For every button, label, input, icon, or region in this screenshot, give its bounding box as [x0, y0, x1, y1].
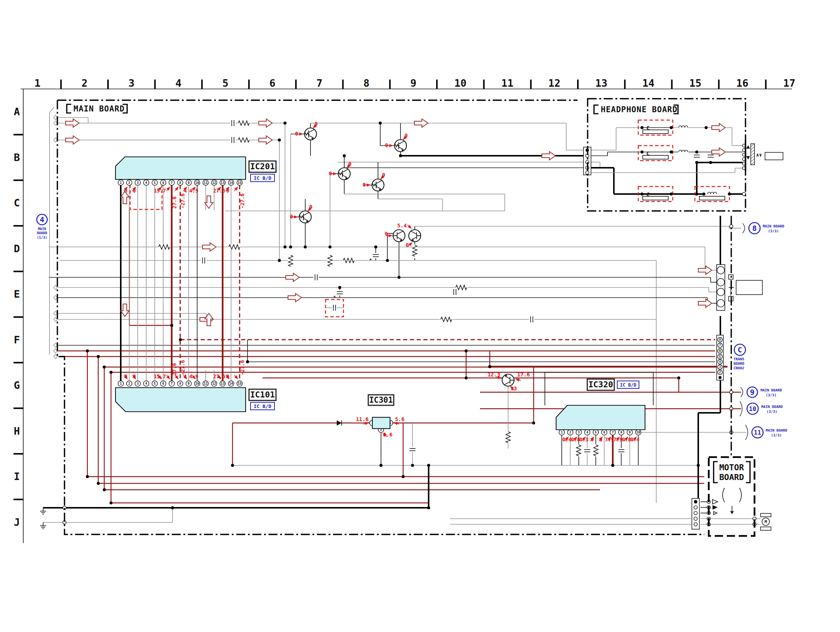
ic320-pin-number: 8	[620, 431, 622, 434]
cn902-pin-number: 5	[719, 355, 721, 358]
ruler-row-label: F	[14, 334, 20, 346]
ic201-pin-number: 7	[171, 181, 172, 185]
link-connector-pin	[717, 266, 725, 274]
junction-dot	[611, 464, 614, 467]
junction-dot	[718, 376, 722, 379]
motor-connector-pin	[694, 523, 698, 526]
motor-paren-left	[723, 488, 725, 502]
ic101-voltage: -27.6	[180, 360, 186, 375]
ic101-pin-number: 13	[221, 382, 225, 385]
ruler-row-label: D	[14, 243, 20, 255]
ruler-column-label: 1	[35, 77, 41, 89]
ref-label: BOARD	[37, 231, 47, 235]
signal-arrow-icon	[121, 304, 129, 316]
cn902-pin-number: 8	[719, 338, 721, 342]
junction-dot	[379, 464, 382, 467]
ic201-pin-number: 9	[188, 181, 190, 185]
transistor-voltage: 0	[406, 242, 409, 248]
ic101-pin-number: 12	[212, 382, 216, 385]
capacitor-mask	[452, 288, 458, 295]
jack-polarity-mark: ∧∨	[756, 152, 762, 158]
junction-dot	[109, 501, 112, 504]
ic301-voltage: 5.6	[395, 416, 404, 422]
transistor-voltage: 0	[385, 142, 388, 148]
polarity-plus: +	[333, 294, 336, 299]
capacitor-mask	[707, 154, 714, 159]
capacitor-mark: C	[646, 125, 649, 131]
motor-symbol: M	[765, 520, 767, 524]
junction-dot	[402, 475, 405, 478]
transistor-icon	[299, 211, 311, 223]
cn902-pin-number: 6	[719, 349, 721, 353]
ic101-pin-number: 15	[238, 382, 242, 385]
junction-dot	[695, 161, 698, 164]
junction-dot	[304, 246, 307, 249]
ruler-column-label: 14	[643, 77, 655, 89]
ic101-voltage: -27.6	[239, 360, 245, 375]
motor-board-title-line2: BOARD	[719, 472, 744, 482]
junction-dot	[374, 246, 377, 249]
motor-arrow-open-icon	[712, 499, 718, 504]
voltage-arrow-tail	[166, 375, 167, 376]
junction-dot	[284, 246, 286, 249]
junction-dot	[728, 193, 731, 196]
ref-label: (3/3)	[766, 393, 777, 397]
motor-connector-pin	[694, 512, 698, 515]
motor-board-title-line1: MOTOR	[719, 463, 744, 472]
connector-ref-label-box	[736, 280, 763, 295]
motor-title-bracket-right	[746, 462, 750, 483]
signal-arrow-icon	[66, 119, 79, 127]
signal-arrow-icon	[202, 243, 216, 251]
ic320-pin-number: 7	[612, 431, 614, 434]
junction-dot	[703, 193, 705, 196]
ruler-column-label: 7	[316, 77, 322, 89]
ref-chevron	[742, 223, 745, 233]
voltage-arrow-icon	[388, 234, 393, 237]
ic101-body	[115, 388, 246, 412]
ic201-pin-number: 15	[238, 181, 242, 185]
ic201-pin-number: 8	[179, 181, 181, 185]
junction-dot	[427, 506, 430, 509]
ic320-pin-number: 9	[629, 431, 631, 434]
polarity-plus: +	[369, 257, 372, 261]
ic201-pin-number: 5	[154, 181, 156, 185]
link-connector-pin	[717, 299, 725, 307]
main-board-title: MAIN BOARD	[74, 105, 125, 113]
junction-dot	[246, 360, 249, 363]
ruler-column-label: 9	[410, 77, 416, 89]
ic101-pin-number: 9	[188, 382, 190, 385]
schematic-page: 1234567891011121314151617ABCDEFGHIJCCC++…	[0, 0, 840, 632]
ic320-pin-number: 10	[636, 431, 640, 434]
ref-label: (3/3)	[771, 433, 782, 437]
ref-label: MAIN BOARD	[761, 405, 783, 409]
main-title-bracket-left	[67, 105, 71, 113]
transistor-voltage: 5.4	[397, 223, 406, 228]
capacitor-mask	[336, 290, 343, 295]
ic101-pin-number: 6	[163, 382, 164, 385]
ic201-pin-number: 2	[128, 181, 130, 185]
jack-ref-label-box	[765, 152, 783, 160]
junction-dot	[641, 150, 644, 154]
ruler-column-label: 13	[595, 77, 608, 89]
transistor-voltage: 0	[329, 170, 332, 176]
junction-dot	[386, 259, 389, 262]
voltage-arrow-tail	[519, 380, 521, 381]
ic201-pin-number: 11	[204, 181, 207, 185]
capacitor-mark: C	[646, 192, 649, 197]
signal-arrow-icon	[286, 273, 299, 282]
voltage-arrow-icon	[367, 184, 371, 187]
junction-dot	[532, 421, 535, 425]
ref-label: CN902	[734, 366, 744, 370]
ruler-row-label: C	[14, 197, 20, 209]
transistor-voltage: 0	[363, 182, 366, 188]
capacitor-mask	[618, 448, 625, 453]
junction-dot	[86, 349, 89, 352]
ruler-row-label: I	[14, 470, 20, 482]
motor-paren-right	[739, 488, 741, 502]
ic101-pin-number: 10	[195, 382, 199, 385]
ic101-pin-number: 11	[204, 382, 207, 385]
cn902-pin-number: 4	[719, 360, 721, 364]
junction-dot	[670, 150, 673, 154]
ic320-pin-number: 4	[586, 431, 588, 434]
ic201-body	[115, 157, 246, 179]
